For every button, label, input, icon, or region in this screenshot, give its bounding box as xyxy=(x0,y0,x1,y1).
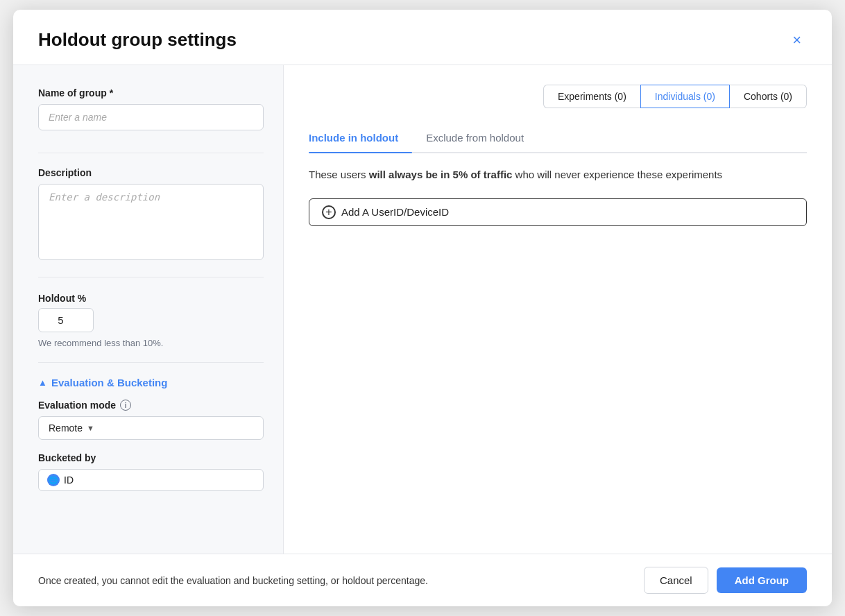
bucketed-by-label: Bucketed by xyxy=(38,452,264,463)
tab-experiments[interactable]: Experiments (0) xyxy=(543,85,640,108)
dialog-header: Holdout group settings × xyxy=(13,10,832,65)
holdout-hint: We recommend less than 10%. xyxy=(38,338,264,348)
caret-down-icon: ▼ xyxy=(87,424,94,432)
dialog-footer: Once created, you cannot edit the evalua… xyxy=(13,554,832,606)
divider-2 xyxy=(38,277,264,277)
right-panel: Experiments (0) Individuals (0) Cohorts … xyxy=(284,65,832,554)
divider-1 xyxy=(38,153,264,153)
add-userid-button[interactable]: + Add A UserID/DeviceID xyxy=(309,198,807,226)
footer-note: Once created, you cannot edit the evalua… xyxy=(38,575,428,586)
subtab-exclude[interactable]: Exclude from holdout xyxy=(426,125,538,152)
subtab-include[interactable]: Include in holdout xyxy=(309,125,412,152)
holdout-input[interactable] xyxy=(38,308,94,332)
holdout-group-dialog: Holdout group settings × Name of group *… xyxy=(13,10,832,606)
eval-mode-select[interactable]: Remote ▼ xyxy=(38,416,264,440)
desc-label: Description xyxy=(38,167,264,178)
description-text: These users will always be in 5% of traf… xyxy=(309,167,807,183)
tab-cohorts[interactable]: Cohorts (0) xyxy=(730,85,807,108)
desc-input[interactable] xyxy=(38,184,264,260)
divider-3 xyxy=(38,362,264,363)
bucketed-id-badge: 🌐 ID xyxy=(38,469,264,491)
info-icon: i xyxy=(120,400,131,411)
cancel-button[interactable]: Cancel xyxy=(644,567,708,594)
dialog-title: Holdout group settings xyxy=(38,29,237,51)
dialog-body: Name of group * Description Holdout % We… xyxy=(13,65,832,554)
add-userid-label: Add A UserID/DeviceID xyxy=(341,206,449,218)
left-panel: Name of group * Description Holdout % We… xyxy=(13,65,284,554)
desc-group: Description xyxy=(38,167,264,263)
desc-post: who will never experience these experime… xyxy=(512,169,722,180)
holdout-label: Holdout % xyxy=(38,293,264,304)
name-group: Name of group * xyxy=(38,87,264,130)
eval-mode-label: Evaluation mode i xyxy=(38,400,264,411)
add-group-button[interactable]: Add Group xyxy=(717,567,807,593)
footer-actions: Cancel Add Group xyxy=(644,567,807,594)
eval-bucketing-label: Evaluation & Bucketing xyxy=(51,377,168,388)
plus-circle-icon: + xyxy=(322,205,336,219)
desc-pre: These users xyxy=(309,169,369,180)
name-input[interactable] xyxy=(38,104,264,130)
eval-mode-value: Remote xyxy=(49,422,83,434)
eval-bucketing-section[interactable]: ▲ Evaluation & Bucketing xyxy=(38,377,264,388)
desc-bold: will always be in 5% of traffic xyxy=(369,169,513,180)
close-button[interactable]: × xyxy=(787,30,807,51)
globe-icon: 🌐 xyxy=(47,474,60,486)
name-label: Name of group * xyxy=(38,87,264,99)
bucketed-id-text: ID xyxy=(64,474,74,486)
sub-tabs: Include in holdout Exclude from holdout xyxy=(309,125,807,153)
chevron-up-icon: ▲ xyxy=(38,377,47,388)
tab-individuals[interactable]: Individuals (0) xyxy=(640,85,730,108)
top-tabs: Experiments (0) Individuals (0) Cohorts … xyxy=(309,85,807,108)
